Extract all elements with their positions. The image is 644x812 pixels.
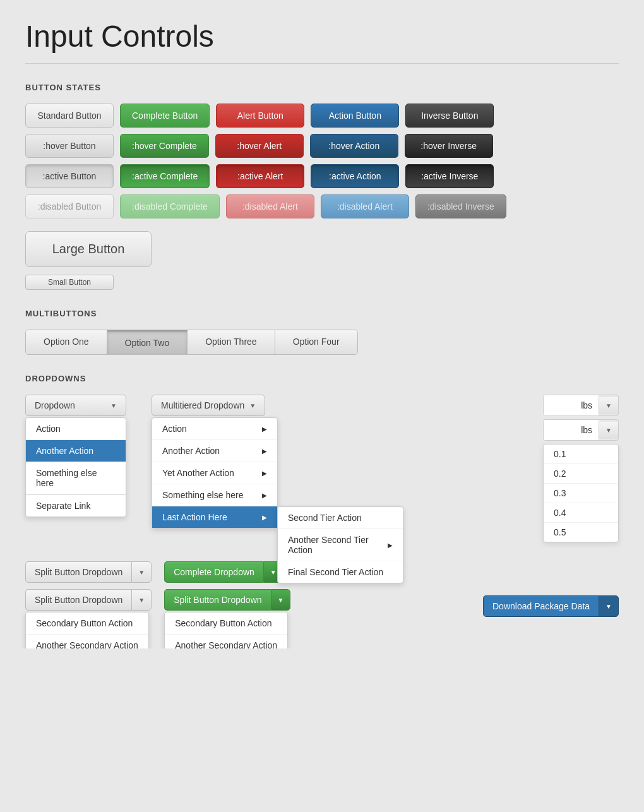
inverse-active-button[interactable]: :active Inverse [405,164,494,188]
units-col: lbs ▼ lbs ▼ 0.1 0.2 0.3 0.4 0.5 [543,395,619,542]
large-button-row: Large Button [25,231,619,267]
split-btn-caret-2[interactable]: ▼ [131,589,152,611]
multibuttons-section: MULTIBUTTONS Option One Option Two Optio… [25,309,619,355]
basic-dropdown-col: Dropdown ▼ Action Another Action Somethi… [25,395,126,416]
dropdown-item-something-else[interactable]: Something else here [26,462,126,494]
alert-active-button[interactable]: :active Alert [216,164,304,188]
action-button[interactable]: Action Button [311,104,399,128]
basic-dropdown-button[interactable]: Dropdown ▼ [25,395,126,416]
units-caret-top[interactable]: ▼ [599,397,618,414]
split-btn-main-complete2[interactable]: Split Button Dropdown [164,589,270,611]
alert-disabled-button: :disabled Alert [226,194,314,218]
multitiered-item-yet-another[interactable]: Yet Another Action ▶ [152,462,277,484]
submenu-item-another-second-tier[interactable]: Another Second Tier Action ▶ [278,529,403,561]
split-btn-group-1: Split Button Dropdown ▼ [25,561,152,583]
units-list-item-05[interactable]: 0.5 [544,523,618,542]
split-dropdown-menu-complete2: Secondary Button Action Another Secondar… [164,612,288,648]
dropdowns-section: DROPDOWNS Dropdown ▼ Action Another Acti… [25,374,619,617]
arrow-right-icon: ▶ [262,448,267,455]
download-btn-group: Download Package Data ▼ [483,595,619,617]
split-btn-group-2: Split Button Dropdown ▼ [25,589,152,611]
inverse-hover-button[interactable]: :hover Inverse [405,134,493,158]
units-list-item-01[interactable]: 0.1 [544,445,618,464]
split-btn-caret-1[interactable]: ▼ [131,561,152,583]
multibutton-option-three[interactable]: Option Three [188,330,275,354]
button-row-hover: :hover Button :hover Complete :hover Ale… [25,134,619,158]
basic-dropdown-menu: Action Another Action Something else her… [25,417,126,517]
action-hover-button[interactable]: :hover Action [310,134,398,158]
units-caret-bottom[interactable]: ▼ [599,422,618,439]
arrow-right-icon: ▶ [262,470,267,477]
split-btn-col-complete2: Split Button Dropdown ▼ Secondary Button… [164,589,290,611]
multibutton-group: Option One Option Two Option Three Optio… [25,330,358,355]
basic-dropdown-label: Dropdown [35,400,75,410]
multitiered-dropdown-button[interactable]: Multitiered Dropdown ▼ [152,395,265,416]
split-btn-caret-complete2[interactable]: ▼ [271,589,291,611]
standard-button[interactable]: Standard Button [25,104,114,128]
standard-active-button[interactable]: :active Button [25,164,114,188]
multitiered-dropdown-col: Multitiered Dropdown ▼ Action ▶ Another … [152,395,265,416]
split-btn-main-1[interactable]: Split Button Dropdown [25,561,131,583]
dropdown-item-action[interactable]: Action [26,418,126,440]
action-active-button[interactable]: :active Action [311,164,399,188]
alert-hover-button[interactable]: :hover Alert [215,134,304,158]
multitiered-item-action[interactable]: Action ▶ [152,418,277,440]
multitiered-item-last-action[interactable]: Last Action Here ▶ Second Tier Action An… [152,506,277,528]
multitiered-dropdown-menu: Action ▶ Another Action ▶ Yet Another Ac… [152,417,278,528]
arrow-right-icon: ▶ [262,426,267,433]
split-dropdown-menu-2: Secondary Button Action Another Secondar… [25,612,149,648]
button-row-active: :active Button :active Complete :active … [25,164,619,188]
inverse-disabled-button: :disabled Inverse [415,194,506,218]
complete-active-button[interactable]: :active Complete [120,164,210,188]
multitiered-item-something-else[interactable]: Something else here ▶ [152,484,277,506]
inverse-button[interactable]: Inverse Button [405,104,494,128]
basic-dropdown-caret-icon: ▼ [110,402,117,409]
multibutton-option-two[interactable]: Option Two [107,330,188,354]
units-list-item-04[interactable]: 0.4 [544,503,618,523]
split-btn-main-2[interactable]: Split Button Dropdown [25,589,131,611]
button-row-disabled: :disabled Button :disabled Complete :dis… [25,194,619,218]
split-menu-item-1a[interactable]: Secondary Button Action [26,612,148,635]
dropdowns-title: DROPDOWNS [25,374,619,383]
arrow-right-icon: ▶ [262,514,267,521]
download-btn-caret[interactable]: ▼ [599,595,619,617]
submenu-item-final[interactable]: Final Second Tier Action [278,561,403,583]
button-row-normal: Standard Button Complete Button Alert Bu… [25,104,619,128]
dropdown-item-another-action[interactable]: Another Action [26,440,126,462]
submenu-item-second-tier[interactable]: Second Tier Action [278,507,403,529]
small-button[interactable]: Small Button [25,275,114,290]
standard-hover-button[interactable]: :hover Button [25,134,114,158]
split-btn-col-complete: Complete Dropdown ▼ [164,561,283,583]
download-btn-main[interactable]: Download Package Data [483,595,599,617]
large-button[interactable]: Large Button [25,231,152,267]
split-complete-menu-item-2[interactable]: Another Secondary Action [165,635,287,648]
multibutton-option-four[interactable]: Option Four [275,330,357,354]
download-area: Download Package Data ▼ [483,589,619,617]
alert-button[interactable]: Alert Button [216,104,304,128]
button-states-title: BUTTON STATES [25,83,619,92]
complete-button[interactable]: Complete Button [120,104,210,128]
page-title: Input Controls [25,19,619,64]
small-button-row: Small Button [25,275,619,290]
submenu: Second Tier Action Another Second Tier A… [277,506,403,583]
split-menu-item-2a[interactable]: Another Secondary Action [26,635,148,648]
multibutton-option-one[interactable]: Option One [26,330,107,354]
button-states-section: BUTTON STATES Standard Button Complete B… [25,83,619,290]
split-btn-group-complete: Complete Dropdown ▼ [164,561,283,583]
action-disabled-button: :disabled Alert [321,194,409,218]
units-list: 0.1 0.2 0.3 0.4 0.5 [543,444,619,542]
units-list-item-03[interactable]: 0.3 [544,484,618,503]
multitiered-item-another-action[interactable]: Another Action ▶ [152,440,277,462]
split-btn-main-complete[interactable]: Complete Dropdown [164,561,263,583]
units-list-item-02[interactable]: 0.2 [544,464,618,484]
split-btn-col-2: Split Button Dropdown ▼ Secondary Button… [25,589,152,611]
complete-hover-button[interactable]: :hover Complete [120,134,209,158]
multitiered-dropdown-caret-icon: ▼ [249,402,256,409]
standard-disabled-button: :disabled Button [25,194,114,218]
multibuttons-title: MULTIBUTTONS [25,309,619,318]
units-dropdown-top[interactable]: lbs ▼ [543,395,619,416]
units-dropdown-bottom[interactable]: lbs ▼ [543,419,619,441]
split-complete-menu-item-1[interactable]: Secondary Button Action [165,612,287,635]
dropdown-item-separate-link[interactable]: Separate Link [26,494,126,516]
arrow-right-icon: ▶ [262,492,267,499]
